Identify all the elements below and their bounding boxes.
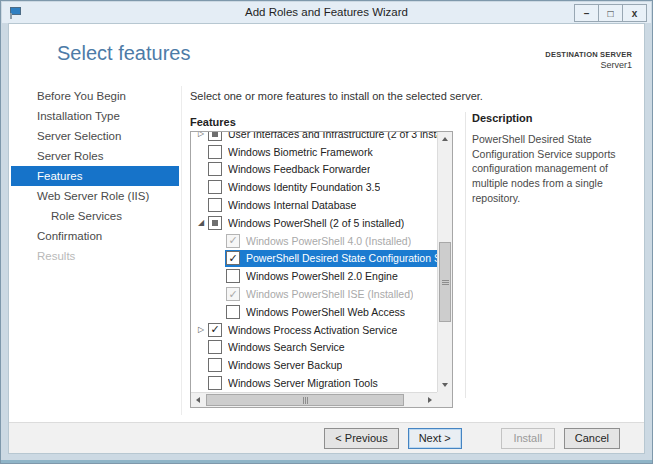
- feature-row-windows-powershell-ise-installed[interactable]: ✓Windows PowerShell ISE (Installed): [191, 285, 437, 303]
- install-button: Install: [501, 428, 555, 449]
- description-divider: [465, 112, 466, 398]
- previous-button[interactable]: < Previous: [324, 428, 398, 449]
- feature-row-body: Windows Feedback Forwarder: [207, 161, 437, 179]
- horizontal-scrollbar[interactable]: [191, 392, 437, 407]
- vertical-scrollbar[interactable]: [437, 132, 452, 392]
- scrollbar-corner: [437, 392, 452, 407]
- feature-row-body: Windows Biometric Framework: [207, 143, 437, 161]
- wizard-window: Add Roles and Features Wizard –□x Select…: [0, 0, 653, 464]
- checkbox-unchecked[interactable]: [226, 269, 240, 283]
- feature-row-windows-biometric-framework[interactable]: Windows Biometric Framework: [191, 143, 437, 161]
- feature-label: PowerShell Desired State Configuration S…: [246, 252, 437, 264]
- sidebar-item-installation-type[interactable]: Installation Type: [11, 106, 179, 126]
- sidebar-item-confirmation[interactable]: Confirmation: [11, 226, 179, 246]
- feature-label: Windows PowerShell 4.0 (Installed): [246, 235, 411, 247]
- feature-row-body: Windows PowerShell (2 of 5 installed): [207, 214, 437, 232]
- vertical-scroll-thumb[interactable]: [439, 242, 451, 322]
- feature-row-windows-feedback-forwarder[interactable]: Windows Feedback Forwarder: [191, 161, 437, 179]
- feature-label: Windows PowerShell Web Access: [246, 306, 405, 318]
- destination-server-value: Server1: [545, 60, 632, 70]
- checkbox-indeterminate[interactable]: [208, 132, 222, 141]
- checkbox-unchecked[interactable]: [208, 145, 222, 159]
- feature-label: Windows PowerShell ISE (Installed): [246, 288, 413, 300]
- checkbox-unchecked[interactable]: [208, 198, 222, 212]
- window-bottom-edge: [1, 460, 652, 463]
- checkbox-unchecked[interactable]: [208, 358, 222, 372]
- checkbox-checked-disabled[interactable]: ✓: [226, 287, 240, 301]
- feature-row-powershell-desired-state-configuration-service[interactable]: ✓PowerShell Desired State Configuration …: [191, 250, 437, 268]
- maximize-button[interactable]: □: [598, 4, 623, 22]
- checkbox-unchecked[interactable]: [208, 376, 222, 390]
- sidebar-item-before-you-begin[interactable]: Before You Begin: [11, 86, 179, 106]
- sidebar-item-server-selection[interactable]: Server Selection: [11, 126, 179, 146]
- feature-row-body: ✓Windows Process Activation Service: [207, 321, 437, 339]
- feature-row-windows-powershell-2-of-5-installed[interactable]: ◢Windows PowerShell (2 of 5 installed): [191, 214, 437, 232]
- footer-button-bar: < PreviousNext >InstallCancel: [9, 422, 644, 453]
- feature-row-windows-server-migration-tools[interactable]: Windows Server Migration Tools: [191, 374, 437, 392]
- feature-row-body: Windows Identity Foundation 3.5: [207, 178, 437, 196]
- feature-label: Windows Biometric Framework: [228, 146, 373, 158]
- feature-row-user-interfaces-and-infrastructure-2-of-3-installed[interactable]: ▷User Interfaces and Infrastructure (2 o…: [191, 132, 437, 143]
- arrow-right-icon: [428, 397, 432, 403]
- thumb-grip-icon: [442, 280, 449, 285]
- feature-row-windows-server-backup[interactable]: Windows Server Backup: [191, 356, 437, 374]
- page-title: Select features: [57, 42, 190, 65]
- horizontal-scroll-thumb[interactable]: [206, 394, 404, 406]
- scroll-down-button[interactable]: [438, 378, 452, 392]
- sidebar-item-features[interactable]: Features: [11, 166, 179, 186]
- sidebar-item-web-server-role-iis[interactable]: Web Server Role (IIS): [11, 186, 179, 206]
- feature-label: Windows Search Service: [228, 341, 345, 353]
- checkbox-unchecked[interactable]: [208, 340, 222, 354]
- checkbox-unchecked[interactable]: [226, 305, 240, 319]
- checkbox-indeterminate[interactable]: [208, 216, 222, 230]
- expander-collapsed-icon[interactable]: ▷: [195, 132, 207, 138]
- checkbox-checked[interactable]: ✓: [226, 251, 240, 265]
- checkbox-checked-disabled[interactable]: ✓: [226, 234, 240, 248]
- feature-row-windows-powershell-web-access[interactable]: Windows PowerShell Web Access: [191, 303, 437, 321]
- window-controls: –□x: [575, 4, 647, 22]
- feature-label: Windows PowerShell (2 of 5 installed): [228, 217, 404, 229]
- scroll-left-button[interactable]: [191, 393, 205, 407]
- cancel-button[interactable]: Cancel: [564, 428, 620, 449]
- thumb-grip-icon: [303, 397, 308, 404]
- checkbox-unchecked[interactable]: [208, 162, 222, 176]
- description-panel: Description PowerShell Desired State Con…: [472, 112, 638, 205]
- sidebar-item-results: Results: [11, 246, 179, 266]
- arrow-up-icon: [442, 137, 448, 141]
- destination-server-label: DESTINATION SERVER: [545, 50, 632, 59]
- minimize-button[interactable]: –: [574, 4, 599, 22]
- feature-row-windows-internal-database[interactable]: Windows Internal Database: [191, 196, 437, 214]
- feature-label: Windows Internal Database: [228, 199, 356, 211]
- expander-expanded-icon[interactable]: ◢: [195, 219, 207, 227]
- feature-row-body: ✓Windows PowerShell 4.0 (Installed): [225, 232, 437, 250]
- feature-row-windows-identity-foundation-3-5[interactable]: Windows Identity Foundation 3.5: [191, 178, 437, 196]
- destination-server-block: DESTINATION SERVER Server1: [545, 50, 632, 70]
- next-button[interactable]: Next >: [408, 428, 462, 449]
- feature-row-windows-powershell-4-0-installed[interactable]: ✓Windows PowerShell 4.0 (Installed): [191, 232, 437, 250]
- feature-row-windows-powershell-2-0-engine[interactable]: Windows PowerShell 2.0 Engine: [191, 267, 437, 285]
- title-bar: Add Roles and Features Wizard –□x: [2, 2, 651, 23]
- sidebar-item-role-services[interactable]: Role Services: [11, 206, 179, 226]
- arrow-left-icon: [196, 397, 200, 403]
- features-rows: ▷User Interfaces and Infrastructure (2 o…: [191, 132, 437, 392]
- arrow-down-icon: [442, 383, 448, 387]
- checkbox-checked[interactable]: ✓: [208, 323, 222, 337]
- wizard-dialog: Select features DESTINATION SERVER Serve…: [8, 23, 645, 454]
- sidebar-item-server-roles[interactable]: Server Roles: [11, 146, 179, 166]
- feature-row-body: User Interfaces and Infrastructure (2 of…: [207, 132, 437, 143]
- feature-row-body: Windows Server Migration Tools: [207, 374, 437, 392]
- scroll-up-button[interactable]: [438, 132, 452, 146]
- checkbox-unchecked[interactable]: [208, 180, 222, 194]
- description-text: PowerShell Desired State Configuration S…: [472, 132, 638, 205]
- scroll-right-button[interactable]: [423, 393, 437, 407]
- feature-row-body: Windows Server Backup: [207, 356, 437, 374]
- close-button[interactable]: x: [622, 4, 647, 22]
- instruction-text: Select one or more features to install o…: [190, 90, 483, 102]
- feature-row-windows-search-service[interactable]: Windows Search Service: [191, 339, 437, 357]
- feature-row-windows-process-activation-service[interactable]: ▷✓Windows Process Activation Service: [191, 321, 437, 339]
- sidebar-divider: [181, 86, 182, 415]
- expander-collapsed-icon[interactable]: ▷: [195, 326, 207, 334]
- feature-row-body: ✓PowerShell Desired State Configuration …: [225, 250, 437, 268]
- feature-label: Windows Server Migration Tools: [228, 377, 378, 389]
- wizard-steps-sidebar: Before You BeginInstallation TypeServer …: [11, 86, 179, 266]
